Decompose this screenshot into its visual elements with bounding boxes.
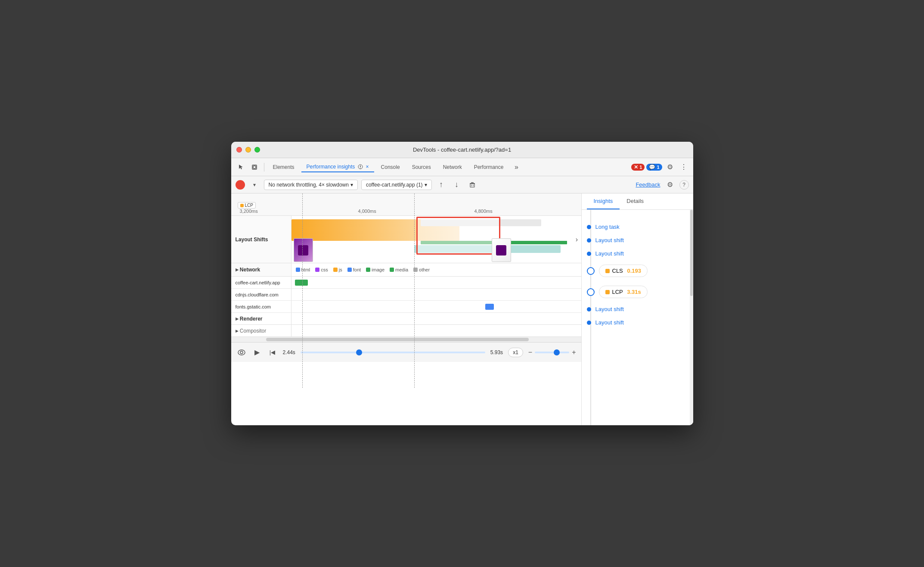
net-bar-image: [295, 280, 308, 286]
zoom-slider-thumb[interactable]: [554, 349, 560, 355]
start-time: 2.44s: [283, 349, 295, 355]
legend-other: other: [413, 267, 430, 272]
selection-box[interactable]: [416, 217, 500, 255]
tab-network[interactable]: Network: [438, 162, 467, 172]
legend-html-dot: [296, 268, 300, 272]
more-tabs-button[interactable]: »: [510, 161, 522, 173]
network-header-row: ▶ Network html css: [231, 263, 581, 277]
settings2-icon[interactable]: ⚙: [664, 179, 676, 191]
cursor-icon[interactable]: [235, 161, 247, 173]
cls-badge[interactable]: CLS 0.193: [599, 265, 648, 277]
insight-dot-ls2: [587, 252, 591, 256]
tab-performance-insights[interactable]: Performance insights ×: [301, 162, 374, 172]
renderer-section: ▶ Renderer: [231, 313, 581, 325]
horizontal-scrollbar-thumb[interactable]: [266, 338, 529, 341]
right-panel-scrollbar-thumb[interactable]: [690, 210, 693, 296]
end-time: 5.93s: [490, 349, 503, 355]
lcp-dot: [240, 204, 244, 207]
legend-html: html: [296, 267, 310, 272]
screenshot-thumb-2[interactable]: [492, 238, 511, 262]
tab-sources[interactable]: Sources: [407, 162, 436, 172]
layers-icon[interactable]: [248, 161, 260, 173]
lcp-marker: LCP: [238, 202, 256, 209]
main-toolbar: Elements Performance insights × Console …: [231, 158, 693, 176]
playback-bar: ▶ |◀ 2.44s 5.93s x1 − +: [231, 342, 581, 362]
playhead-thumb[interactable]: [356, 349, 362, 355]
insight-dot-ls4: [587, 321, 591, 325]
tab-insights[interactable]: Insights: [587, 193, 620, 209]
network-label[interactable]: ▶ Network: [231, 263, 291, 276]
network-row-3: fonts.gstatic.com: [231, 301, 581, 313]
legend-css: css: [315, 267, 328, 272]
layout-shift-link-2[interactable]: Layout shift: [595, 250, 624, 257]
compositor-label[interactable]: ▶ Compositor: [231, 325, 291, 336]
cls-square-icon: [605, 269, 610, 273]
network-bars-2: [291, 289, 581, 300]
svg-rect-1: [253, 166, 256, 168]
network-legend: html css js font: [291, 263, 434, 276]
layout-shift-link-4[interactable]: Layout shift: [595, 319, 624, 326]
titlebar: DevTools - coffee-cart.netlify.app/?ad=1: [231, 142, 693, 158]
help-icon[interactable]: ?: [679, 180, 689, 190]
legend-image-dot: [366, 268, 370, 272]
insight-long-task: Long task: [582, 220, 693, 234]
tab-elements[interactable]: Elements: [268, 162, 300, 172]
upload-icon[interactable]: ↑: [435, 179, 447, 191]
long-task-link[interactable]: Long task: [595, 224, 620, 230]
network-section: ▶ Network html css: [231, 263, 581, 313]
time-dashed-1: [302, 193, 303, 388]
right-panel-scrollbar[interactable]: [690, 210, 693, 425]
error-badge[interactable]: ✕ 1: [631, 164, 645, 171]
speed-button[interactable]: x1: [508, 348, 523, 357]
settings-icon[interactable]: ⚙: [664, 161, 676, 173]
close-button[interactable]: [236, 147, 242, 153]
tab-console[interactable]: Console: [376, 162, 405, 172]
insight-layout-shift-2: Layout shift: [582, 247, 693, 260]
feedback-link[interactable]: Feedback: [636, 181, 660, 188]
maximize-button[interactable]: [254, 147, 260, 153]
legend-font-dot: [347, 268, 352, 272]
compositor-content: [291, 325, 581, 336]
horizontal-scrollbar[interactable]: [231, 337, 581, 342]
renderer-label[interactable]: ▶ Renderer: [231, 313, 291, 324]
zoom-slider[interactable]: [535, 352, 569, 353]
minimize-button[interactable]: [245, 147, 251, 153]
record-button[interactable]: [236, 180, 245, 190]
lcp-badge[interactable]: LCP 3.31s: [599, 286, 648, 298]
right-panel-tabs: Insights Details: [582, 193, 693, 210]
insight-lcp: LCP 3.31s: [582, 281, 693, 302]
play-button[interactable]: ▶: [252, 347, 262, 358]
skip-to-start-button[interactable]: |◀: [267, 347, 278, 358]
cls-label: CLS: [612, 268, 625, 274]
toolbar-separator: [264, 163, 264, 171]
playhead-slider[interactable]: [301, 352, 485, 353]
renderer-content: [291, 313, 581, 324]
network-row-2: cdnjs.cloudflare.com: [231, 289, 581, 301]
compositor-expand-icon: ▶: [236, 329, 239, 333]
record-dropdown-icon[interactable]: ▾: [248, 179, 260, 191]
screenshot-thumb-1[interactable]: [294, 238, 313, 262]
message-badge[interactable]: 💬 1: [646, 164, 662, 171]
expand-arrow[interactable]: ›: [573, 216, 581, 263]
download-icon[interactable]: ↓: [451, 179, 463, 191]
insight-dot-ls1: [587, 238, 591, 243]
delete-icon[interactable]: [466, 179, 478, 191]
layout-shift-link-1[interactable]: Layout shift: [595, 237, 624, 243]
devtools-window: DevTools - coffee-cart.netlify.app/?ad=1…: [231, 142, 693, 425]
legend-media-dot: [390, 268, 394, 272]
kebab-menu-icon[interactable]: ⋮: [678, 161, 690, 173]
network-host-2: cdnjs.cloudflare.com: [231, 289, 291, 300]
legend-font: font: [347, 267, 361, 272]
eye-button[interactable]: [236, 347, 247, 358]
svg-point-11: [240, 351, 243, 354]
layout-shift-link-3[interactable]: Layout shift: [595, 306, 624, 312]
zoom-in-icon[interactable]: +: [572, 349, 576, 356]
tab-performance[interactable]: Performance: [469, 162, 509, 172]
compositor-section: ▶ Compositor: [231, 325, 581, 337]
throttle-dropdown[interactable]: No network throttling, 4× slowdown ▾: [264, 180, 358, 190]
zoom-out-icon[interactable]: −: [528, 349, 532, 356]
network-host-1: coffee-cart.netlify.app: [231, 277, 291, 288]
tab-details[interactable]: Details: [620, 193, 651, 209]
legend-js-dot: [333, 268, 338, 272]
url-selector[interactable]: coffee-cart.netlify.app (1) ▾: [361, 180, 432, 190]
